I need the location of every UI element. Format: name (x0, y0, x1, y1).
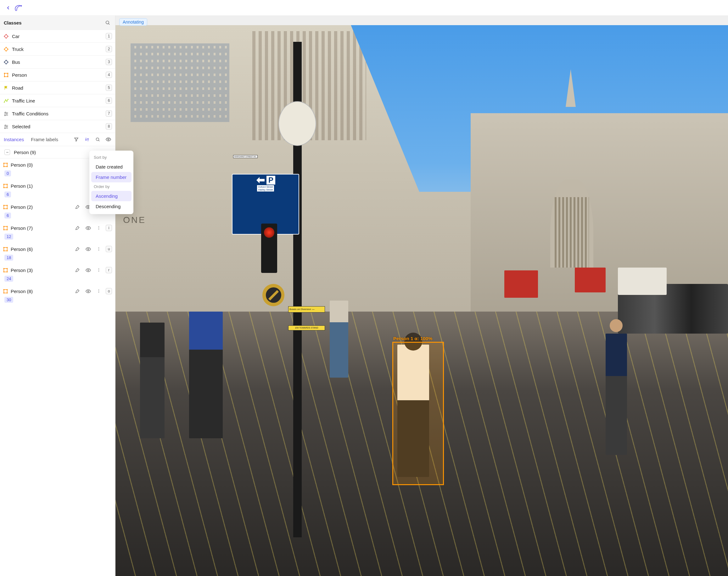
svg-point-76 (99, 250, 99, 251)
annotation-label: Person 1 α: 100% (393, 336, 432, 341)
pedestrian (140, 323, 165, 438)
svg-point-0 (21, 5, 22, 6)
instance-hotkey: r (106, 267, 112, 273)
instance-visibility-button[interactable] (84, 224, 92, 232)
group-label: Person (9) (14, 150, 36, 155)
instance-visibility-button[interactable] (84, 266, 92, 274)
svg-rect-59 (4, 226, 7, 230)
svg-point-4 (7, 36, 8, 36)
church-base (550, 179, 593, 267)
frame-badge: 0 (4, 170, 11, 176)
svg-point-21 (5, 99, 6, 100)
svg-point-82 (87, 269, 89, 271)
svg-point-92 (99, 290, 99, 290)
sort-button[interactable] (83, 136, 91, 143)
canvas[interactable]: Annotating ONE (115, 16, 728, 576)
bbox-icon (3, 205, 7, 209)
sort-by-heading: Sort by (89, 153, 133, 162)
arrow-left-icon (256, 176, 265, 184)
instance-brush-button[interactable] (74, 203, 81, 211)
back-button[interactable] (4, 3, 12, 12)
bbox-icon (3, 226, 7, 230)
frame-badge: 6 (4, 192, 11, 197)
order-option-descending[interactable]: Descending (91, 201, 132, 211)
filter-button[interactable] (72, 136, 80, 143)
class-row-traffic-line[interactable]: Traffic Line6 (0, 94, 115, 107)
van (618, 267, 667, 295)
collapse-group-button[interactable]: − (4, 149, 10, 155)
sort-option-frame-number[interactable]: Frame number (91, 172, 132, 182)
svg-point-75 (99, 249, 99, 249)
class-hotkey: 8 (106, 123, 112, 129)
class-label: Selected (12, 124, 106, 129)
instance-row[interactable]: Person (7)i12 (0, 222, 115, 243)
polyline-icon (3, 98, 9, 104)
svg-rect-79 (7, 268, 7, 269)
svg-rect-86 (4, 290, 7, 293)
instance-brush-button[interactable] (74, 245, 81, 253)
class-row-bus[interactable]: Bus3 (0, 56, 115, 68)
svg-point-65 (99, 226, 99, 227)
svg-point-67 (99, 229, 99, 230)
instance-row[interactable]: Person (3)r24 (0, 264, 115, 285)
instance-tabs: Instances Frame labels (0, 133, 115, 146)
instance-more-button[interactable] (95, 266, 103, 274)
annotation-bbox-person-1[interactable]: Person 1 α: 100% (392, 342, 444, 485)
class-row-selected[interactable]: Selected8 (0, 120, 115, 133)
svg-rect-45 (4, 184, 7, 188)
svg-rect-47 (7, 184, 7, 185)
frame-badge: 30 (4, 297, 13, 303)
instance-brush-button[interactable] (74, 224, 81, 232)
sort-option-date-created[interactable]: Date created (91, 162, 132, 172)
poly-diamond-icon (3, 59, 9, 65)
svg-point-94 (99, 292, 99, 293)
class-row-car[interactable]: Car1 (0, 30, 115, 43)
classes-header: Classes (0, 16, 115, 30)
instance-label: Person (8) (11, 289, 71, 294)
class-row-person[interactable]: Person4 (0, 68, 115, 81)
class-row-traffic-conditions[interactable]: Traffic Conditions7 (0, 107, 115, 120)
svg-rect-60 (3, 226, 4, 227)
bus-1 (504, 270, 538, 298)
svg-marker-36 (74, 138, 78, 142)
svg-point-73 (87, 249, 89, 250)
yellow-sign-top: Buses on Diversion ← (288, 306, 325, 313)
instance-more-button[interactable] (95, 287, 103, 295)
chevron-left-icon (5, 5, 11, 11)
svg-point-37 (96, 138, 99, 141)
p-sign: P (267, 176, 275, 184)
class-hotkey: 7 (106, 110, 112, 117)
instance-label: Person (6) (11, 247, 71, 252)
flag-icon (3, 85, 9, 91)
instance-visibility-button[interactable] (84, 287, 92, 295)
instance-brush-button[interactable] (74, 287, 81, 295)
instance-visibility-button[interactable] (84, 245, 92, 253)
instance-more-button[interactable] (95, 224, 103, 232)
svg-rect-81 (7, 271, 7, 272)
visibility-all-button[interactable] (105, 136, 112, 143)
instances-search-button[interactable] (94, 136, 101, 143)
instance-row[interactable]: Person (6)u18 (0, 243, 115, 264)
svg-rect-50 (4, 205, 7, 209)
tab-frame-labels[interactable]: Frame labels (30, 135, 59, 144)
svg-point-66 (99, 228, 99, 228)
pedestrian (330, 300, 348, 378)
order-option-ascending[interactable]: Ascending (91, 191, 132, 201)
bbox-icon (3, 247, 7, 251)
svg-rect-69 (3, 247, 4, 248)
class-label: Truck (12, 47, 106, 52)
svg-rect-77 (4, 268, 7, 272)
svg-rect-41 (3, 163, 4, 164)
instance-label: Person (3) (11, 267, 71, 273)
class-row-road[interactable]: Road5 (0, 81, 115, 94)
instance-brush-button[interactable] (74, 266, 81, 274)
instance-row[interactable]: Person (8)o30 (0, 285, 115, 306)
svg-point-93 (99, 291, 99, 291)
class-label: Bus (12, 59, 106, 65)
classes-search-button[interactable] (104, 19, 111, 26)
building-text: ONE (123, 215, 146, 225)
class-label: Car (12, 34, 106, 39)
class-row-truck[interactable]: Truck2 (0, 43, 115, 56)
tab-instances[interactable]: Instances (3, 135, 25, 144)
instance-more-button[interactable] (95, 245, 103, 253)
